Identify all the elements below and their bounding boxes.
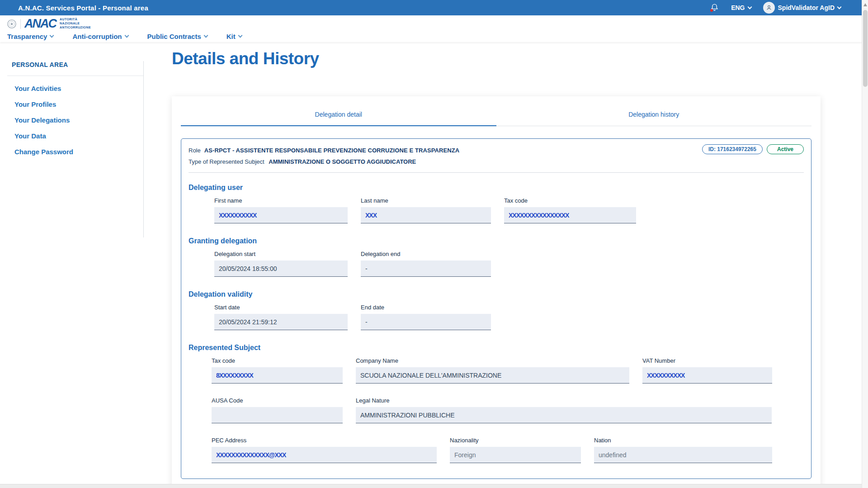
portal-title: A.N.AC. Services Portal - Personal area: [18, 4, 148, 12]
sidebar-divider: [7, 76, 143, 76]
sidebar-heading: PERSONAL AREA: [12, 61, 143, 68]
sidebar: PERSONAL AREA Your Activities Your Profi…: [0, 42, 144, 237]
vat-number-field[interactable]: XXXXXXXXXX: [642, 367, 772, 384]
anac-logo[interactable]: ANAC: [24, 18, 56, 30]
language-selector[interactable]: ENG: [731, 4, 751, 11]
vat-number-value: XXXXXXXXXX: [647, 372, 684, 379]
delegating-tax-code-field[interactable]: XXXXXXXXXXXXXXXX: [504, 207, 636, 223]
field-label: Start date: [214, 304, 348, 311]
user-menu[interactable]: SpidValidator AgID: [763, 2, 841, 14]
legal-nature-value: AMMINISTRAZIONI PUBBLICHE: [360, 412, 454, 419]
legal-nature-field[interactable]: AMMINISTRAZIONI PUBBLICHE: [356, 407, 772, 423]
field-label: Delegation start: [214, 251, 348, 257]
validity-start-date-field[interactable]: 20/05/2024 21:59:12: [214, 314, 348, 330]
avatar: [763, 2, 775, 14]
subject-tax-code-field[interactable]: 8XXXXXXXXX: [212, 367, 343, 384]
company-name-field[interactable]: SCUOLA NAZIONALE DELL'AMMINISTRAZIONE: [356, 367, 629, 384]
field-label: Last name: [361, 197, 491, 204]
field-label: Nation: [594, 437, 772, 444]
delegation-end-field[interactable]: -: [361, 261, 491, 277]
chevron-down-icon: [747, 5, 752, 9]
chevron-down-icon: [837, 5, 842, 9]
logo-divider: [20, 19, 21, 29]
nav-label: Kit: [226, 33, 236, 40]
type-value: AMMINISTRAZIONE O SOGGETTO AGGIUDICATORE: [269, 158, 416, 165]
scrollbar-thumb[interactable]: [863, 10, 868, 87]
chevron-down-icon: [50, 33, 54, 38]
scroll-up-arrow-icon[interactable]: [863, 3, 867, 6]
nav-label: Trasparency: [7, 33, 47, 40]
delegation-id-badge: ID: 1716234972265: [702, 144, 763, 154]
nav-item-anti-corruption[interactable]: Anti-corruption: [72, 33, 128, 40]
section-delegating-user: Delegating user: [189, 184, 804, 192]
horizontal-scrollbar[interactable]: [0, 484, 862, 488]
nav-item-public-contracts[interactable]: Public Contracts: [147, 33, 208, 40]
nav-item-trasparency[interactable]: Trasparency: [7, 33, 53, 40]
section-granting-delegation: Granting delegation: [189, 237, 804, 245]
top-bar: A.N.AC. Services Portal - Personal area …: [0, 0, 868, 15]
tab-delegation-history[interactable]: Delegation history: [496, 106, 812, 126]
delegating-tax-code-value: XXXXXXXXXXXXXXXX: [509, 212, 569, 219]
field-label: Delegation end: [361, 251, 491, 257]
nation-field[interactable]: undefined: [594, 447, 772, 463]
pec-address-value: XXXXXXXXXXXXXX@XXX: [216, 451, 286, 459]
validity-start-date-value: 20/05/2024 21:59:12: [219, 318, 277, 326]
delegation-start-field[interactable]: 20/05/2024 18:55:00: [214, 261, 348, 277]
main-content: Details and History Delegation detail De…: [172, 42, 821, 488]
field-label: VAT Number: [642, 357, 772, 364]
delegation-card: Delegation detail Delegation history ID:…: [172, 96, 821, 488]
delegation-detail-panel: ID: 1716234972265 Active Role AS-RPCT - …: [181, 138, 811, 479]
sidebar-item-change-password[interactable]: Change Password: [14, 144, 143, 160]
nazionality-value: Foreign: [454, 451, 476, 459]
section-divider: [189, 172, 804, 173]
field-label: Nazionality: [450, 437, 581, 444]
chevron-down-icon: [238, 33, 242, 38]
site-header: ANAC AUTORITÀ NAZIONALE ANTICORRUZIONE T…: [0, 15, 868, 42]
represented-subject-type-row: Type of Represented Subject AMMINISTRAZI…: [189, 158, 804, 165]
pec-address-field[interactable]: XXXXXXXXXXXXXX@XXX: [212, 447, 437, 463]
main-nav: Trasparency Anti-corruption Public Contr…: [7, 33, 242, 40]
sidebar-item-your-delegations[interactable]: Your Delegations: [14, 112, 143, 128]
language-label: ENG: [731, 4, 745, 11]
delegation-start-value: 20/05/2024 18:55:00: [219, 265, 277, 272]
first-name-field[interactable]: XXXXXXXXXX: [214, 207, 348, 223]
last-name-field[interactable]: XXX: [361, 207, 491, 223]
nav-item-kit[interactable]: Kit: [226, 33, 242, 40]
company-name-value: SCUOLA NAZIONALE DELL'AMMINISTRAZIONE: [360, 372, 501, 379]
role-label: Role: [189, 147, 201, 154]
chevron-down-icon: [203, 33, 208, 38]
subject-tax-code-value: 8XXXXXXXXX: [216, 372, 253, 379]
field-label: Tax code: [504, 197, 636, 204]
field-label: AUSA Code: [212, 397, 343, 404]
section-delegation-validity: Delegation validity: [189, 290, 804, 298]
sidebar-item-your-data[interactable]: Your Data: [14, 128, 143, 144]
tab-bar: Delegation detail Delegation history: [181, 96, 811, 126]
sidebar-item-your-profiles[interactable]: Your Profiles: [14, 96, 143, 112]
first-name-value: XXXXXXXXXX: [219, 212, 256, 219]
nazionality-field[interactable]: Foreign: [450, 447, 581, 463]
sidebar-item-your-activities[interactable]: Your Activities: [14, 81, 143, 96]
field-label: End date: [361, 304, 491, 311]
field-label: Legal Nature: [356, 397, 772, 404]
nav-label: Anti-corruption: [72, 33, 122, 40]
field-label: PEC Address: [212, 437, 437, 444]
field-label: First name: [214, 197, 348, 204]
chevron-down-icon: [124, 33, 129, 38]
vertical-scrollbar[interactable]: [862, 0, 868, 488]
page-title: Details and History: [172, 49, 821, 68]
nav-label: Public Contracts: [147, 33, 201, 40]
tab-delegation-detail[interactable]: Delegation detail: [181, 106, 496, 126]
field-label: Tax code: [212, 357, 343, 364]
type-label: Type of Represented Subject: [189, 158, 264, 165]
validity-end-date-field[interactable]: -: [361, 314, 491, 330]
ausa-code-field[interactable]: [212, 407, 343, 423]
validity-end-date-value: -: [365, 318, 368, 326]
section-represented-subject: Represented Subject: [189, 344, 804, 352]
status-badge: Active: [767, 144, 804, 154]
anac-tagline: AUTORITÀ NAZIONALE ANTICORRUZIONE: [60, 18, 98, 29]
delegation-end-value: -: [365, 265, 368, 272]
role-value: AS-RPCT - ASSISTENTE RESPONSABILE PREVEN…: [204, 147, 460, 154]
user-name: SpidValidator AgID: [778, 4, 835, 11]
notifications-button[interactable]: [710, 3, 719, 12]
field-label: Company Name: [356, 357, 629, 364]
